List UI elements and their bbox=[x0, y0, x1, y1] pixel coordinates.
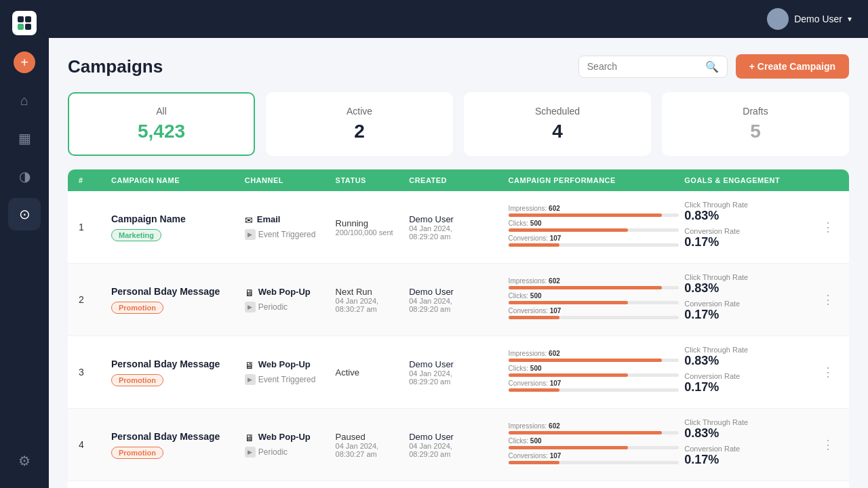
conversions-bar bbox=[509, 243, 559, 247]
status-sub: 200/100,000 sent bbox=[336, 228, 404, 237]
stat-card-all-value: 5,423 bbox=[85, 121, 237, 142]
sidebar-bottom: ⚙ bbox=[8, 445, 41, 477]
sidebar-item-settings[interactable]: ⚙ bbox=[8, 445, 41, 477]
conversions-bar bbox=[509, 461, 559, 464]
impressions-bar bbox=[509, 286, 662, 289]
campaigns-icon: ⊙ bbox=[19, 206, 31, 222]
more-options-button[interactable]: ⋮ bbox=[818, 292, 838, 307]
conversions-bar-bg bbox=[509, 461, 679, 464]
performance-cell: Impressions: 602 Clicks: 500 Conversions… bbox=[509, 350, 679, 394]
campaign-badge: Promotion bbox=[111, 447, 163, 459]
stat-card-all[interactable]: All 5,423 bbox=[68, 92, 255, 156]
search-box[interactable]: 🔍 bbox=[578, 56, 728, 78]
created-time: 08:29:20 am bbox=[409, 305, 502, 313]
ctr-value: 0.83% bbox=[684, 354, 812, 368]
campaign-name: Personal Bday Message bbox=[111, 286, 239, 297]
status-sub: 04 Jan 2024, 08:30:27 am bbox=[336, 297, 404, 313]
sidebar-item-dashboard[interactable]: ▦ bbox=[8, 122, 41, 155]
clicks-bar-bg bbox=[509, 446, 679, 449]
channel-row: 🖥 Web Pop-Up bbox=[245, 432, 330, 444]
sidebar: + ⌂ ▦ ◑ ⊙ ⚙ bbox=[0, 0, 49, 488]
stat-card-scheduled[interactable]: Scheduled 4 bbox=[464, 92, 651, 156]
clicks-bar bbox=[509, 373, 628, 377]
cr-value: 0.17% bbox=[684, 308, 812, 322]
create-campaign-button[interactable]: + Create Campaign bbox=[736, 54, 849, 79]
clicks-label: Clicks: 500 bbox=[509, 437, 679, 445]
page-header: Campaigns 🔍 + Create Campaign bbox=[68, 54, 849, 79]
created-date: 04 Jan 2024, bbox=[409, 369, 502, 378]
channel-cell: 🖥 Web Pop-Up ▶ Periodic bbox=[245, 432, 330, 458]
status-cell: Active bbox=[336, 367, 404, 378]
created-cell: Demo User 04 Jan 2024, 08:29:20 am bbox=[409, 214, 502, 241]
stat-card-active[interactable]: Active 2 bbox=[266, 92, 453, 156]
table-row: 1 Campaign Name Marketing ✉ Email ▶ Even… bbox=[68, 191, 849, 264]
created-time: 08:29:20 am bbox=[409, 378, 502, 386]
campaign-name-cell: Personal Bday Message Promotion bbox=[111, 431, 239, 459]
campaign-badge: Promotion bbox=[111, 302, 163, 314]
main-content: Demo User ▾ Campaigns 🔍 + Create Campaig… bbox=[49, 0, 868, 488]
cr-value: 0.17% bbox=[684, 235, 812, 249]
impressions-item: Impressions: 602 bbox=[509, 350, 679, 362]
search-input[interactable] bbox=[587, 61, 700, 72]
impressions-label: Impressions: 602 bbox=[509, 350, 679, 357]
impressions-bar-bg bbox=[509, 286, 679, 289]
campaign-badge: Promotion bbox=[111, 374, 163, 386]
clicks-label: Clicks: 500 bbox=[509, 220, 679, 227]
status-cell: Running 200/100,000 sent bbox=[336, 218, 404, 237]
stat-card-active-value: 2 bbox=[283, 121, 435, 142]
impressions-bar-bg bbox=[509, 431, 679, 434]
impressions-label: Impressions: 602 bbox=[509, 205, 679, 212]
ctr-value: 0.83% bbox=[684, 209, 812, 223]
user-menu[interactable]: Demo User ▾ bbox=[767, 8, 852, 30]
ctr-value: 0.83% bbox=[684, 281, 812, 296]
search-icon: 🔍 bbox=[705, 60, 719, 73]
channel-row: 🖥 Web Pop-Up bbox=[245, 287, 330, 299]
impressions-bar bbox=[509, 431, 662, 434]
campaign-name: Personal Bday Message bbox=[111, 359, 239, 369]
channel-icon: 🖥 bbox=[245, 360, 254, 371]
more-options-button[interactable]: ⋮ bbox=[818, 220, 838, 235]
cr-label: Conversion Rate bbox=[684, 227, 812, 235]
conversions-bar-bg bbox=[509, 243, 679, 247]
content-area: Campaigns 🔍 + Create Campaign All 5,423 … bbox=[49, 38, 868, 488]
status-text: Next Run bbox=[336, 287, 404, 297]
impressions-bar bbox=[509, 359, 662, 362]
sidebar-item-home[interactable]: ⌂ bbox=[8, 84, 41, 117]
stat-card-scheduled-label: Scheduled bbox=[481, 106, 633, 117]
cr-value: 0.17% bbox=[684, 380, 812, 394]
add-button[interactable]: + bbox=[14, 52, 35, 73]
th-name: Campaign Name bbox=[111, 176, 239, 184]
created-user: Demo User bbox=[409, 214, 502, 224]
created-date: 04 Jan 2024, bbox=[409, 297, 502, 305]
channel-sub: ▶ Periodic bbox=[245, 302, 330, 312]
impressions-bar bbox=[509, 214, 662, 217]
cr-value: 0.17% bbox=[684, 453, 812, 467]
clicks-label: Clicks: 500 bbox=[509, 365, 679, 372]
dashboard-icon: ▦ bbox=[18, 130, 31, 146]
more-options-button[interactable]: ⋮ bbox=[818, 365, 838, 380]
conversions-label: Conversions: 107 bbox=[509, 307, 679, 314]
th-created: Created bbox=[409, 176, 502, 184]
conversions-item: Conversions: 107 bbox=[509, 452, 679, 464]
created-time: 08:29:20 am bbox=[409, 232, 502, 241]
campaign-name-cell: Personal Bday Message Promotion bbox=[111, 286, 239, 314]
campaign-badge: Marketing bbox=[111, 229, 161, 241]
ctr-label: Click Through Rate bbox=[684, 346, 812, 354]
header-actions: 🔍 + Create Campaign bbox=[578, 54, 849, 79]
conversions-label: Conversions: 107 bbox=[509, 380, 679, 387]
channel-row: ✉ Email bbox=[245, 214, 330, 226]
status-text: Running bbox=[336, 218, 404, 228]
trigger-icon: ▶ bbox=[245, 374, 256, 385]
channel-cell: 🖥 Web Pop-Up ▶ Event Triggered bbox=[245, 359, 330, 385]
campaign-name-cell: Campaign Name Marketing bbox=[111, 214, 239, 241]
stat-card-drafts[interactable]: Drafts 5 bbox=[662, 92, 849, 156]
sidebar-item-analytics[interactable]: ◑ bbox=[8, 160, 41, 192]
created-user: Demo User bbox=[409, 359, 502, 369]
channel-name: Web Pop-Up bbox=[258, 287, 311, 297]
svg-rect-3 bbox=[25, 24, 31, 30]
created-cell: Demo User 04 Jan 2024, 08:29:20 am bbox=[409, 432, 502, 458]
logo-icon bbox=[12, 11, 37, 35]
sidebar-item-campaigns[interactable]: ⊙ bbox=[8, 198, 41, 230]
more-options-button[interactable]: ⋮ bbox=[818, 437, 838, 452]
performance-cell: Impressions: 602 Clicks: 500 Conversions… bbox=[509, 277, 679, 322]
